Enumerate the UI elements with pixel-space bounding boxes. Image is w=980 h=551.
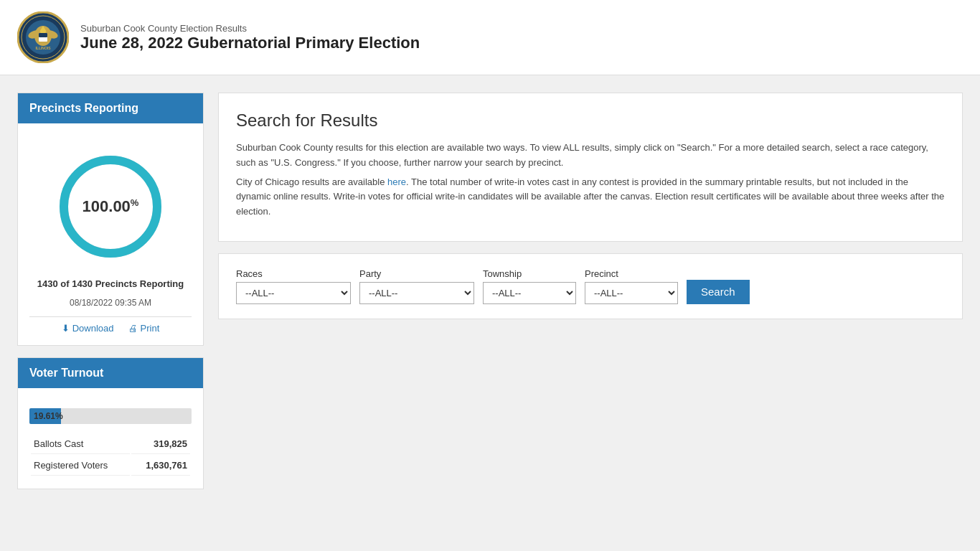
races-select[interactable]: --ALL-- xyxy=(236,282,351,304)
timestamp: 08/18/2022 09:35 AM xyxy=(29,298,192,308)
donut-chart-container: 100.00% xyxy=(29,135,192,278)
races-label: Races xyxy=(236,268,351,279)
search-form-card: Races --ALL-- Party --ALL-- Township --A… xyxy=(218,253,963,319)
donut-label: 100.00% xyxy=(83,197,139,216)
stats-label: Ballots Cast xyxy=(31,434,130,454)
township-label: Township xyxy=(483,268,576,279)
party-select[interactable]: --ALL-- xyxy=(359,282,474,304)
precinct-select[interactable]: --ALL-- xyxy=(585,282,678,304)
sidebar: Precincts Reporting 100.00% xyxy=(17,93,204,489)
search-description-2: City of Chicago results are available he… xyxy=(236,175,945,220)
stats-value: 1,630,761 xyxy=(131,456,190,476)
print-icon: 🖨 xyxy=(128,323,138,334)
turnout-bar-container: 19.61% xyxy=(29,408,192,424)
precincts-reporting-count: 1430 of 1430 Precincts Reporting xyxy=(29,278,192,289)
township-filter-group: Township --ALL-- xyxy=(483,268,576,304)
party-label: Party xyxy=(359,268,474,279)
party-filter-group: Party --ALL-- xyxy=(359,268,474,304)
precinct-label: Precinct xyxy=(585,268,678,279)
header-text-block: Suburban Cook County Election Results Ju… xyxy=(80,23,420,52)
filter-row: Races --ALL-- Party --ALL-- Township --A… xyxy=(236,268,945,304)
turnout-percent-label: 19.61% xyxy=(34,411,63,421)
action-row: ⬇ Download 🖨 Print xyxy=(29,323,192,334)
main-content: Search for Results Suburban Cook County … xyxy=(218,93,963,489)
here-link[interactable]: here xyxy=(387,176,406,187)
search-info-card: Search for Results Suburban Cook County … xyxy=(218,93,963,242)
print-label: Print xyxy=(141,323,160,334)
description-2-pre: City of Chicago results are available xyxy=(236,176,387,187)
stats-row: Ballots Cast 319,825 xyxy=(31,434,190,454)
turnout-bar-fill: 19.61% xyxy=(29,408,61,424)
print-link[interactable]: 🖨 Print xyxy=(128,323,160,334)
races-filter-group: Races --ALL-- xyxy=(236,268,351,304)
download-link[interactable]: ⬇ Download xyxy=(62,323,114,334)
precinct-filter-group: Precinct --ALL-- xyxy=(585,268,678,304)
donut-chart: 100.00% xyxy=(53,149,168,264)
voter-turnout-body: 19.61% Ballots Cast 319,825 Registered V… xyxy=(18,388,203,489)
header-subtitle: Suburban Cook County Election Results xyxy=(80,23,420,34)
search-button[interactable]: Search xyxy=(687,280,750,304)
stats-row: Registered Voters 1,630,761 xyxy=(31,456,190,476)
svg-rect-8 xyxy=(39,33,47,37)
stats-label: Registered Voters xyxy=(31,456,130,476)
precincts-reporting-body: 100.00% 1430 of 1430 Precincts Reporting… xyxy=(18,123,203,345)
precincts-reporting-header: Precincts Reporting xyxy=(18,93,203,123)
township-select[interactable]: --ALL-- xyxy=(483,282,576,304)
download-icon: ⬇ xyxy=(62,323,70,334)
precincts-reporting-card: Precincts Reporting 100.00% xyxy=(17,93,204,346)
main-layout: Precincts Reporting 100.00% xyxy=(0,75,980,507)
download-label: Download xyxy=(72,323,114,334)
precincts-reporting-title: Precincts Reporting xyxy=(29,102,138,114)
divider xyxy=(29,316,192,317)
search-info-title: Search for Results xyxy=(236,110,945,131)
stats-value: 319,825 xyxy=(131,434,190,454)
header-title: June 28, 2022 Gubernatorial Primary Elec… xyxy=(80,34,420,52)
voter-turnout-header: Voter Turnout xyxy=(18,358,203,388)
page-header: ILLINOIS Suburban Cook County Election R… xyxy=(0,0,980,75)
logo: ILLINOIS xyxy=(17,11,69,63)
svg-text:ILLINOIS: ILLINOIS xyxy=(35,46,51,50)
search-description-1: Suburban Cook County results for this el… xyxy=(236,141,945,171)
voter-turnout-title: Voter Turnout xyxy=(29,367,103,379)
voter-turnout-card: Voter Turnout 19.61% Ballots Cast 319,82… xyxy=(17,357,204,489)
stats-table: Ballots Cast 319,825 Registered Voters 1… xyxy=(29,433,192,477)
